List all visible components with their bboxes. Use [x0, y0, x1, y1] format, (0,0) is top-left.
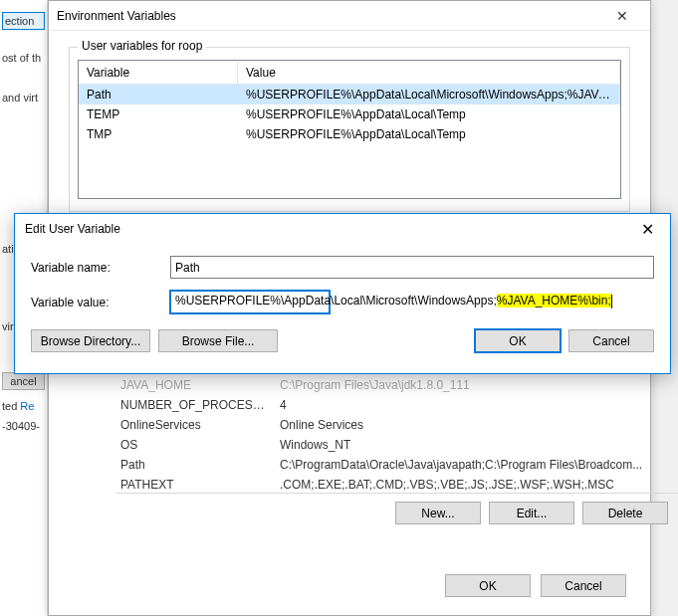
bg-frag: -30409-: [2, 420, 45, 432]
cell-variable: NUMBER_OF_PROCESSORS: [116, 396, 276, 414]
cell-value: C:\ProgramData\Oracle\Java\javapath;C:\P…: [276, 456, 678, 474]
cancel-button[interactable]: Cancel: [541, 574, 626, 597]
env-dialog-footer: OK Cancel: [445, 574, 626, 597]
cell-value: 4: [276, 396, 678, 414]
bg-frag: and virt: [2, 92, 45, 103]
cell-value: C:\Program Files\Java\jdk1.8.0_111: [276, 376, 678, 394]
col-variable[interactable]: Variable: [79, 62, 238, 84]
table-row[interactable]: TEMP %USERPROFILE%\AppData\Local\Temp: [79, 104, 620, 124]
close-icon[interactable]: ✕: [602, 2, 642, 30]
table-header: Variable Value: [79, 61, 620, 85]
table-row[interactable]: OS Windows_NT: [116, 435, 678, 455]
variable-value-input[interactable]: [170, 291, 330, 313]
system-vars-buttons: New... Edit... Delete: [116, 493, 678, 524]
user-group-label: User variables for roop: [78, 39, 206, 53]
variable-name-input[interactable]: [170, 256, 654, 279]
cell-variable: Path: [116, 456, 276, 474]
env-title: Environment Variables: [57, 9, 176, 23]
value-text-highlight: %JAVA_HOME%\bin;: [497, 294, 611, 308]
edit-button[interactable]: Edit...: [489, 502, 574, 524]
table-row[interactable]: NUMBER_OF_PROCESSORS 4: [116, 395, 678, 415]
bg-frag-link: Re: [20, 400, 34, 412]
cell-variable: TEMP: [79, 105, 238, 123]
cell-value: %USERPROFILE%\AppData\Local\Temp: [238, 125, 620, 143]
user-variables-table[interactable]: Variable Value Path %USERPROFILE%\AppDat…: [78, 60, 621, 199]
cell-variable: PATHEXT: [116, 476, 276, 494]
cell-variable: JAVA_HOME: [116, 376, 276, 394]
ok-button[interactable]: OK: [475, 329, 561, 352]
bg-frag: ection: [2, 12, 45, 30]
cell-value: Windows_NT: [276, 436, 678, 454]
cell-value: %USERPROFILE%\AppData\Local\Microsoft\Wi…: [238, 86, 620, 103]
table-row[interactable]: OnlineServices Online Services: [116, 415, 678, 435]
cell-variable: OnlineServices: [116, 416, 276, 434]
ok-button[interactable]: OK: [445, 574, 531, 597]
col-value[interactable]: Value: [238, 62, 620, 84]
new-button[interactable]: New...: [395, 502, 481, 524]
env-titlebar: Environment Variables ✕: [49, 1, 650, 31]
bg-frag: ost of th: [2, 52, 45, 64]
cell-variable: OS: [116, 436, 276, 454]
cancel-button[interactable]: Cancel: [568, 329, 654, 352]
cell-value: %USERPROFILE%\AppData\Local\Temp: [238, 105, 620, 123]
close-icon[interactable]: ✕: [624, 214, 670, 244]
table-row[interactable]: Path C:\ProgramData\Oracle\Java\javapath…: [116, 455, 678, 475]
delete-button[interactable]: Delete: [582, 502, 668, 524]
cell-value: Online Services: [276, 416, 678, 434]
table-row[interactable]: TMP %USERPROFILE%\AppData\Local\Temp: [79, 124, 620, 144]
cell-variable: TMP: [79, 125, 238, 143]
edit-user-variable-dialog: Edit User Variable ✕ Variable name: Vari…: [14, 213, 671, 374]
variable-value-label: Variable value:: [31, 296, 170, 309]
user-variables-group: User variables for roop Variable Value P…: [69, 47, 630, 212]
table-row[interactable]: JAVA_HOME C:\Program Files\Java\jdk1.8.0…: [116, 375, 678, 395]
browse-directory-button[interactable]: Browse Directory...: [31, 329, 150, 352]
variable-name-label: Variable name:: [31, 261, 170, 275]
browse-file-button[interactable]: Browse File...: [158, 329, 278, 352]
bg-frag: ancel: [2, 372, 45, 390]
bg-frag: ted: [2, 400, 17, 412]
cell-value: .COM;.EXE;.BAT;.CMD;.VBS;.VBE;.JS;.JSE;.…: [276, 476, 678, 494]
edit-titlebar: Edit User Variable ✕: [15, 214, 670, 244]
table-row[interactable]: Path %USERPROFILE%\AppData\Local\Microso…: [79, 85, 620, 104]
system-variables-partial: JAVA_HOME C:\Program Files\Java\jdk1.8.0…: [116, 375, 678, 495]
cell-variable: Path: [79, 86, 238, 103]
table-row[interactable]: PATHEXT .COM;.EXE;.BAT;.CMD;.VBS;.VBE;.J…: [116, 475, 678, 495]
edit-title: Edit User Variable: [25, 222, 120, 236]
